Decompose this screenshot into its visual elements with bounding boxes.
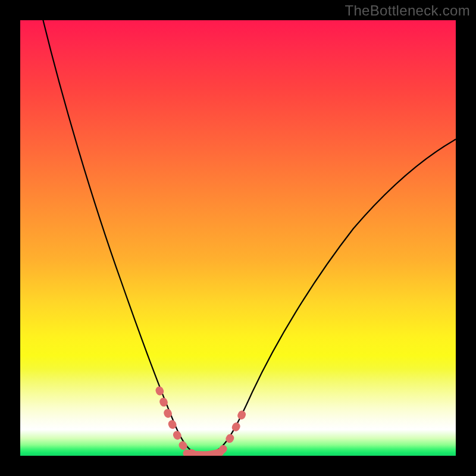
sweet-spot-bottom <box>187 452 220 455</box>
watermark-text: TheBottleneck.com <box>345 2 470 19</box>
curve-layer <box>20 20 456 456</box>
chart-frame: TheBottleneck.com <box>0 0 476 476</box>
sweet-spot-right <box>223 410 244 450</box>
sweet-spot-left <box>159 390 194 454</box>
plot-area <box>20 20 456 456</box>
bottleneck-curve <box>42 20 456 454</box>
